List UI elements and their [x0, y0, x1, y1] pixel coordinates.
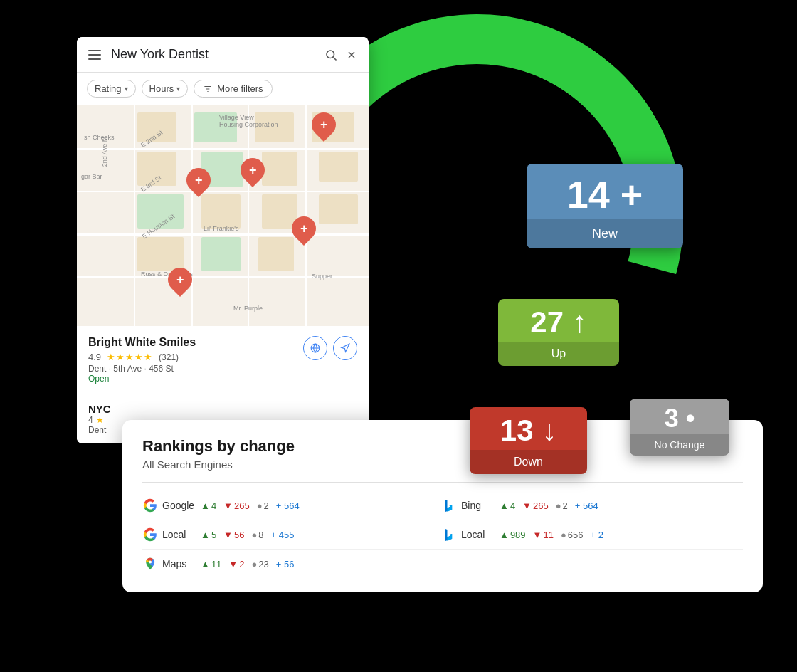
engine-block-google-local: Local ▲ 5 ▼ 56 ● 8 + 455: [142, 527, 441, 542]
svg-point-10: [149, 560, 152, 563]
stat-card-nochange: 3 • No Change: [630, 399, 729, 456]
filter-bar: Rating ▾ Hours ▾ More filters: [77, 73, 369, 105]
google-local-up: ▲ 5: [201, 530, 216, 540]
engine-name-google-local: Local: [162, 529, 196, 540]
rankings-subtitle: All Search Engines: [142, 458, 743, 471]
bing-new: + 564: [575, 500, 598, 511]
rating-number-2: 4: [88, 415, 93, 425]
engine-name-google: Google: [162, 500, 196, 511]
website-icon[interactable]: [303, 336, 327, 360]
svg-line-1: [333, 57, 336, 60]
maps-logo-icon: [142, 556, 158, 572]
stat-up-label: Up: [498, 342, 619, 366]
map-pin-2[interactable]: +: [186, 168, 211, 198]
directions-icon[interactable]: [333, 336, 357, 360]
maps-up: ▲ 11: [201, 559, 221, 569]
search-icon[interactable]: [324, 48, 337, 61]
google-neutral: ● 2: [257, 500, 269, 511]
bing-local-new: + 2: [590, 530, 603, 540]
hamburger-icon[interactable]: [88, 50, 101, 60]
map-area[interactable]: E 2nd St E 3rd St E Houston St 2nd Ave M…: [77, 105, 369, 326]
rankings-divider: [142, 482, 743, 483]
review-count-1: (321): [159, 352, 179, 362]
svg-point-0: [327, 51, 334, 58]
google-new: + 564: [276, 500, 300, 511]
rankings-row-3: Maps ▲ 11 ▼ 2 ● 23 + 56: [142, 550, 743, 578]
bing-local-neutral: ● 656: [561, 530, 584, 540]
stat-new-label: New: [527, 219, 683, 248]
maps-down: ▼ 2: [228, 559, 244, 569]
header-icons: [324, 48, 357, 61]
bing-local-stats: ▲ 989 ▼ 11 ● 656 + 2: [500, 530, 603, 540]
engine-name-maps: Maps: [162, 558, 196, 569]
rating-filter-chip[interactable]: Rating ▾: [87, 80, 136, 98]
google-stats: ▲ 4 ▼ 265 ● 2 + 564: [201, 500, 300, 511]
listing-status-1: Open: [88, 374, 196, 384]
bing-stats: ▲ 4 ▼ 265 ● 2 + 564: [500, 500, 598, 511]
stat-card-new: 14 + New: [527, 164, 683, 248]
listing-rating-row-1: 4.9 ★★★★★ (321): [88, 352, 196, 362]
stat-down-number: 13 ↓: [470, 407, 587, 450]
map-pin-1[interactable]: +: [312, 112, 336, 142]
rating-label: Rating: [95, 83, 122, 94]
stars-2: ★: [96, 415, 104, 425]
engine-block-bing-local: Local ▲ 989 ▼ 11 ● 656 + 2: [441, 527, 740, 542]
stat-nochange-label: No Change: [630, 434, 729, 456]
hours-filter-chip[interactable]: Hours ▾: [142, 80, 189, 98]
map-pin-3[interactable]: +: [241, 158, 265, 188]
more-filters-chip[interactable]: More filters: [194, 80, 272, 98]
engine-block-bing: Bing ▲ 4 ▼ 265 ● 2 + 564: [441, 498, 740, 513]
listing-name-2: NYC: [88, 403, 357, 415]
google-local-stats: ▲ 5 ▼ 56 ● 8 + 455: [201, 530, 294, 540]
google-logo-icon: [142, 498, 158, 513]
bing-neutral: ● 2: [556, 500, 568, 511]
bing-local-up: ▲ 989: [500, 530, 526, 540]
map-background: E 2nd St E 3rd St E Houston St 2nd Ave M…: [77, 105, 369, 326]
stat-down-label: Down: [470, 450, 587, 474]
maps-header: New York Dentist: [77, 37, 369, 73]
bing-local-logo-icon: [441, 527, 457, 542]
bing-up: ▲ 4: [500, 500, 515, 511]
listing-item-1[interactable]: Bright White Smiles 4.9 ★★★★★ (321) Dent…: [77, 326, 369, 394]
google-up: ▲ 4: [201, 500, 216, 511]
close-icon[interactable]: [346, 49, 357, 61]
bing-down: ▼ 265: [522, 500, 549, 511]
listing-action-icons-1: [303, 336, 357, 360]
stars-1: ★★★★★: [107, 352, 153, 362]
rating-chevron-icon: ▾: [125, 85, 128, 93]
google-local-new: + 455: [271, 530, 295, 540]
hours-chevron-icon: ▾: [176, 85, 180, 93]
stat-nochange-number: 3 •: [630, 399, 729, 434]
maps-stats: ▲ 11 ▼ 2 ● 23 + 56: [201, 559, 294, 569]
maps-new: + 56: [276, 559, 295, 569]
maps-panel: New York Dentist Rating ▾ Hours ▾: [77, 37, 369, 443]
google-local-logo-icon: [142, 527, 158, 542]
engine-block-google: Google ▲ 4 ▼ 265 ● 2 + 564: [142, 498, 441, 513]
stat-up-number: 27 ↑: [498, 299, 619, 342]
engine-block-maps: Maps ▲ 11 ▼ 2 ● 23 + 56: [142, 556, 441, 572]
map-pin-4[interactable]: +: [292, 216, 316, 246]
google-local-neutral: ● 8: [251, 530, 263, 540]
svg-marker-9: [342, 344, 349, 352]
more-filters-label: More filters: [217, 83, 263, 94]
rating-number-1: 4.9: [88, 352, 101, 362]
listing-type-1: Dent · 5th Ave · 456 St: [88, 364, 196, 374]
stat-card-down: 13 ↓ Down: [470, 407, 587, 474]
hours-label: Hours: [149, 83, 174, 94]
bing-logo-icon: [441, 498, 457, 513]
engine-name-bing: Bing: [461, 500, 495, 511]
stat-card-up: 27 ↑ Up: [498, 299, 619, 366]
listing-name-1: Bright White Smiles: [88, 336, 196, 349]
google-down: ▼ 265: [223, 500, 250, 511]
stat-new-number: 14 +: [527, 164, 683, 219]
engine-name-bing-local: Local: [461, 529, 495, 540]
google-local-down: ▼ 56: [223, 530, 244, 540]
search-title: New York Dentist: [111, 47, 324, 62]
rankings-row-1: Google ▲ 4 ▼ 265 ● 2 + 564 Bing ▲ 4 ▼ 26…: [142, 491, 743, 520]
maps-neutral: ● 23: [251, 559, 268, 569]
rankings-row-2: Local ▲ 5 ▼ 56 ● 8 + 455 Local ▲ 989 ▼ 1…: [142, 520, 743, 550]
map-pin-5[interactable]: +: [168, 268, 192, 298]
bing-local-down: ▼ 11: [533, 530, 554, 540]
